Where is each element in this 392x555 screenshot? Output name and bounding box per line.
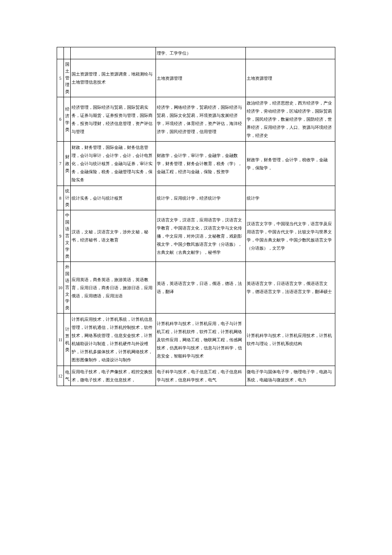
table-row: 6经济学类经济管理，国际经济与贸易，国际贸易实务，证券与期货，证券投资与管理，国… (57, 97, 335, 142)
category-name: 经济学类 (64, 97, 71, 142)
col-vocational: 经济管理，国际经济与贸易，国际贸易实务，证券与期货，证券投资与管理，国际商务，投… (71, 97, 156, 142)
row-index: 5 (57, 59, 64, 97)
col-vocational: 应用电子技术，电子声像技术，程控交换技术，微电子技术，图文信息技术， (71, 366, 156, 386)
table-row: 10外国语言文学类应用英语，商务英语，旅游英语，英语教育，应用日语，商务日语，旅… (57, 262, 335, 314)
col-graduate (245, 47, 335, 59)
col-undergraduate: 计算机科学与技术，计算机应用，电子与计算机工程，计算机软件，软件工程，计算机网络… (156, 314, 245, 366)
row-index (57, 47, 64, 59)
col-undergraduate: 理学、工学学位） (156, 47, 245, 59)
row-index: 8 (57, 186, 64, 210)
table-row: 11计算机类计算机应用技术，计算机系统，计算机信息管理，计算机通信，计算机控制技… (57, 314, 335, 366)
category-name: 中国语言文学类 (64, 210, 71, 262)
table-row: 理学、工学学位） (57, 47, 335, 59)
col-graduate: 汉语言文字学，中国现当代文学，语言学及应用语言学，中国古代文学，比较文学与世界文… (245, 210, 335, 262)
col-vocational: 国土资源管理，国土资源调查，地籍测绘与土地管理信息技术 (71, 59, 156, 97)
col-vocational: 应用英语，商务英语，旅游英语，英语教育，应用日语，商务日语，旅游日语，应用俄语，… (71, 262, 156, 314)
row-index: 7 (57, 142, 64, 186)
col-vocational: 汉语，文秘，汉语言文学，涉外文秘，秘书，经济秘书，语文教育 (71, 210, 156, 262)
col-undergraduate: 财政学，会计学，审计学，金融学，金融数学，财务管理，财务会计教育，税务（学），金… (156, 142, 245, 186)
col-undergraduate: 经济学，网络经济学，贸易经济，国际经济与贸易，国际文化贸易，环境资源与发展经济学… (156, 97, 245, 142)
row-index: 12 (57, 366, 64, 386)
col-graduate: 土地资源管理 (245, 59, 335, 97)
table-row: 12电气应用电子技术，电子声像技术，程控交换技术，微电子技术，图文信息技术，电子… (57, 366, 335, 386)
category-name: 计算机类 (64, 314, 71, 366)
col-vocational (71, 47, 156, 59)
col-graduate: 统计学 (245, 186, 335, 210)
col-undergraduate: 土地资源管理 (156, 59, 245, 97)
category-name: 统计类 (64, 186, 71, 210)
col-graduate: 英语语言文学，日语语言文学，俄语语言文学，德语语言文学，法语语言文学，翻译硕士 (245, 262, 335, 314)
table-row: 9中国语言文学类汉语，文秘，汉语言文学，涉外文秘，秘书，经济秘书，语文教育汉语言… (57, 210, 335, 262)
col-vocational: 财政，财务管理，国际金融，财务信息管理，会计与审计，会计学，会计，会计电算化，会… (71, 142, 156, 186)
row-index: 6 (57, 97, 64, 142)
row-index: 9 (57, 210, 64, 262)
col-undergraduate: 英语，英语语言文学，日语，俄语，德语，法语，翻译 (156, 262, 245, 314)
col-graduate: 政治经济学，经济思想史，西方经济学，产业经济学，劳动经济学，区域经济学，国际贸易… (245, 97, 335, 142)
row-index: 11 (57, 314, 64, 366)
table-row: 5国土管理类国土资源管理，国土资源调查，地籍测绘与土地管理信息技术土地资源管理土… (57, 59, 335, 97)
category-name (64, 47, 71, 59)
category-name: 国土管理类 (64, 59, 71, 97)
table-row: 8统计类统计实务，会计与统计核算统计学，应用统计学，经济统计学统计学 (57, 186, 335, 210)
col-undergraduate: 汉语言文学，汉语言，应用语言学，汉语言文学教育，中国语言文化，汉语言文学与文化传… (156, 210, 245, 262)
table-row: 7财政类财政，财务管理，国际金融，财务信息管理，会计与审计，会计学，会计，会计电… (57, 142, 335, 186)
category-name: 财政类 (64, 142, 71, 186)
col-vocational: 统计实务，会计与统计核算 (71, 186, 156, 210)
col-vocational: 计算机应用技术，计算机系统，计算机信息管理，计算机通信，计算机控制技术，软件技术… (71, 314, 156, 366)
category-name: 电气 (64, 366, 71, 386)
col-undergraduate: 电子科学与技术，电子信息工程，电子信息科学与技术，信息科学技术，电气 (156, 366, 245, 386)
majors-table: 理学、工学学位）5国土管理类国土资源管理，国土资源调查，地籍测绘与土地管理信息技… (57, 47, 335, 386)
category-name: 外国语言文学类 (64, 262, 71, 314)
col-graduate: 财政学，财务管理，会计学，税收学，金融学，保险学， (245, 142, 335, 186)
row-index: 10 (57, 262, 64, 314)
col-graduate: 计算机科学与技术，计算机应用技术，计算机软件与理论，计算机系统结构 (245, 314, 335, 366)
col-graduate: 微电子学与固体电子学，物理电子学，电路与系统，电磁场与微波技术，电力 (245, 366, 335, 386)
col-undergraduate: 统计学，应用统计学，经济统计学 (156, 186, 245, 210)
